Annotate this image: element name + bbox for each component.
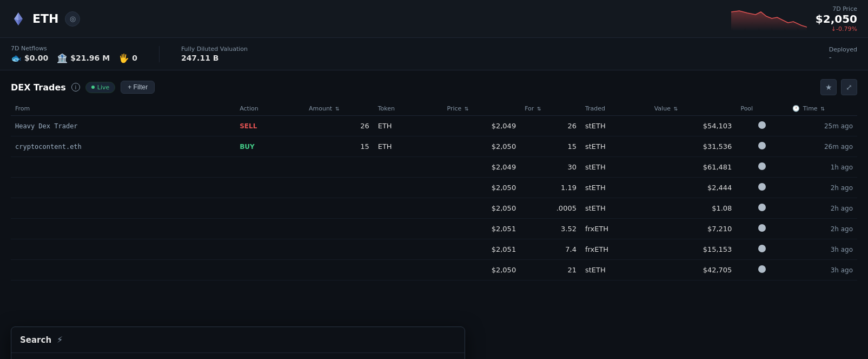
cell-amount: 26 (304, 116, 374, 136)
search-overlay: Search ⚡ NFTs with daily trading volume … (11, 327, 465, 359)
cell-value: $1.08 (650, 198, 737, 219)
cell-token (374, 239, 443, 260)
cell-traded: frxETH (581, 219, 650, 239)
table-row[interactable]: $2,050 21 stETH $42,705 3h ago (11, 260, 857, 280)
price-label: 7D Price (816, 5, 857, 12)
live-label: Live (97, 84, 109, 91)
cell-pool (736, 260, 788, 280)
cell-time: 2h ago (788, 198, 857, 219)
table-row[interactable]: $2,051 3.52 frxETH $7,210 2h ago (11, 219, 857, 239)
netflows-values: 🐟 $0.00 🏦 $21.96 M 🖐 0 (11, 53, 137, 63)
eth-icon (11, 11, 26, 27)
cell-pool (736, 157, 788, 178)
cell-time: 25m ago (788, 116, 857, 136)
value-sort-icon: ⇅ (673, 106, 678, 112)
for-sort-icon: ⇅ (537, 106, 541, 112)
cell-amount (304, 198, 374, 219)
cell-token (374, 219, 443, 239)
col-header-amount[interactable]: Amount ⇅ (304, 102, 374, 116)
table-row[interactable]: $2,051 7.4 frxETH $15,153 3h ago (11, 239, 857, 260)
cell-from (11, 260, 235, 280)
filter-label: + Filter (128, 83, 148, 91)
table-wrapper: From Action Amount ⇅ Token Price ⇅ (11, 102, 857, 280)
col-header-price[interactable]: Price ⇅ (442, 102, 520, 116)
cell-action (235, 198, 304, 219)
cell-price: $2,050 (442, 136, 520, 157)
cell-for: 7.4 (520, 239, 581, 260)
filter-button[interactable]: + Filter (121, 81, 155, 94)
expand-button[interactable]: ⤢ (841, 79, 857, 95)
cell-value: $2,444 (650, 178, 737, 198)
cell-from (11, 239, 235, 260)
cell-pool (736, 136, 788, 157)
cell-traded: stETH (581, 178, 650, 198)
netflows-hand: 🖐 0 (118, 53, 137, 63)
col-header-for[interactable]: For ⇅ (520, 102, 581, 116)
fdv-group: Fully Diluted Valuation 247.11 B (181, 45, 248, 62)
dex-title: DEX Trades (11, 82, 66, 93)
cell-from (11, 198, 235, 219)
deployed-section: Deployed - (829, 46, 857, 62)
table-row[interactable]: $2,050 1.19 stETH $2,444 2h ago (11, 178, 857, 198)
header-right: 7D Price $2,050 ↓-0.79% (731, 5, 857, 32)
trades-table: From Action Amount ⇅ Token Price ⇅ (11, 102, 857, 280)
table-row[interactable]: cryptocontent.eth BUY 15 ETH $2,050 15 s… (11, 136, 857, 157)
cell-value: $15,153 (650, 239, 737, 260)
cell-for: 15 (520, 136, 581, 157)
watch-icon: ◎ (70, 15, 76, 23)
netflows-bank: 🏦 $21.96 M (57, 53, 110, 63)
cell-value: $31,536 (650, 136, 737, 157)
deployed-value: - (829, 53, 857, 62)
col-header-traded: Traded (581, 102, 650, 116)
cell-time: 2h ago (788, 219, 857, 239)
table-row[interactable]: $2,049 30 stETH $61,481 1h ago (11, 157, 857, 178)
stats-separator1 (159, 46, 160, 62)
cell-traded: frxETH (581, 239, 650, 260)
cell-token (374, 198, 443, 219)
search-input-row: Search ⚡ (11, 327, 465, 353)
table-row[interactable]: Heavy Dex Trader SELL 26 ETH $2,049 26 s… (11, 116, 857, 136)
cell-for: 21 (520, 260, 581, 280)
netflows-value3: 0 (132, 54, 137, 62)
price-sort-icon: ⇅ (465, 106, 469, 112)
cell-for: 30 (520, 157, 581, 178)
table-row[interactable]: $2,050 .0005 stETH $1.08 2h ago (11, 198, 857, 219)
search-label: Search (20, 335, 51, 345)
price-chart-area: 7D Price $2,050 ↓-0.79% (731, 5, 857, 32)
col-header-time[interactable]: 🕐 Time ⇅ (788, 102, 857, 116)
star-button[interactable]: ★ (820, 79, 837, 95)
cell-time: 3h ago (788, 260, 857, 280)
watch-button[interactable]: ◎ (65, 11, 80, 27)
dex-info-icon[interactable]: i (71, 83, 80, 92)
col-header-value[interactable]: Value ⇅ (650, 102, 737, 116)
netflows-fish: 🐟 $0.00 (11, 53, 48, 63)
dex-header: DEX Trades i Live + Filter ★ ⤢ (11, 79, 857, 95)
cell-pool (736, 178, 788, 198)
cell-traded: stETH (581, 198, 650, 219)
amount-sort-icon: ⇅ (335, 106, 340, 112)
cell-action: BUY (235, 136, 304, 157)
cell-action: SELL (235, 116, 304, 136)
cell-action (235, 219, 304, 239)
cell-pool (736, 116, 788, 136)
cell-amount (304, 219, 374, 239)
cell-price: $2,049 (442, 157, 520, 178)
cell-token (374, 260, 443, 280)
cell-token: ETH (374, 136, 443, 157)
cell-for: .0005 (520, 198, 581, 219)
cell-price: $2,050 (442, 260, 520, 280)
search-query[interactable]: NFTs with daily trading volume exceeding… (11, 353, 465, 359)
cell-traded: stETH (581, 136, 650, 157)
cell-value: $54,103 (650, 116, 737, 136)
price-mini-chart (731, 6, 807, 31)
table-header: From Action Amount ⇅ Token Price ⇅ (11, 102, 857, 116)
cell-value: $61,481 (650, 157, 737, 178)
cell-time: 1h ago (788, 157, 857, 178)
cell-pool (736, 219, 788, 239)
col-header-action: Action (235, 102, 304, 116)
bank-emoji: 🏦 (57, 53, 68, 63)
netflows-label: 7D Netflows (11, 45, 137, 52)
cell-amount: 15 (304, 136, 374, 157)
header-bar: ETH ◎ 7D Price $2,050 ↓-0.79% (0, 0, 868, 38)
header-left: ETH ◎ (11, 11, 80, 27)
